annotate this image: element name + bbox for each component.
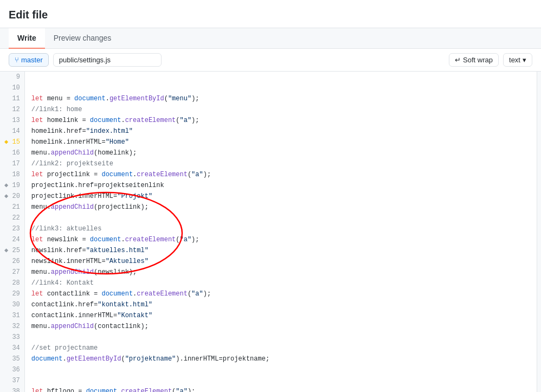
code-line: //link2: projektseite xyxy=(31,158,530,169)
page-title: Edit file xyxy=(0,0,541,28)
scrollbar[interactable] xyxy=(537,72,541,392)
line-num: 22 xyxy=(4,213,20,223)
branch-name: master xyxy=(21,56,43,64)
code-line xyxy=(31,332,530,343)
code-line: //set projectname xyxy=(31,343,530,354)
code-line: let contactlink = document.createElement… xyxy=(31,288,530,299)
line-num: 14 xyxy=(4,126,20,137)
code-line: projectlink.href=projektseitenlink xyxy=(31,180,530,191)
toolbar-right: ↵ Soft wrap text ▾ xyxy=(449,53,532,67)
code-line: homelink.innerHTML="Home" xyxy=(31,137,530,147)
code-line: projectlink.innerHTML="Projekt" xyxy=(31,191,530,202)
code-line xyxy=(31,364,530,375)
code-line: newslink.innerHTML="Aktuelles" xyxy=(31,256,530,267)
line-num: ◆ 19 xyxy=(4,180,20,191)
filepath-input[interactable] xyxy=(53,53,162,67)
editor-area: 9 10 11 12 13 14 ◆ 15 16 17 18 ◆ 19 ◆ 20… xyxy=(0,72,541,392)
line-num: ◆ 20 xyxy=(4,191,20,202)
fork-icon: ⑂ xyxy=(15,56,19,64)
line-num: 35 xyxy=(4,354,20,364)
branch-selector[interactable]: ⑂ master xyxy=(9,53,49,67)
line-num: 30 xyxy=(4,299,20,310)
page-container: Edit file Write Preview changes ⑂ master… xyxy=(0,0,541,392)
line-num: 26 xyxy=(4,256,20,267)
toolbar-left: ⑂ master xyxy=(9,53,162,67)
code-line: contactlink.href="kontakt.html" xyxy=(31,299,530,310)
line-num: 17 xyxy=(4,158,20,169)
line-num: 33 xyxy=(4,332,20,343)
line-num: 31 xyxy=(4,310,20,321)
code-line: homelink.href="index.html" xyxy=(31,126,530,137)
tab-write[interactable]: Write xyxy=(9,28,45,49)
code-line: let newslink = document.createElement("a… xyxy=(31,234,530,245)
code-line: let hftlogo = document.createElement("a"… xyxy=(31,386,530,392)
code-line: //link1: home xyxy=(31,104,530,115)
code-line xyxy=(31,72,530,82)
line-num: 12 xyxy=(4,104,20,115)
code-line: contactlink.innerHTML="Kontakt" xyxy=(31,310,530,321)
line-num: 34 xyxy=(4,343,20,354)
line-num: 9 xyxy=(4,72,20,82)
tab-preview[interactable]: Preview changes xyxy=(45,28,120,49)
line-num: 24 xyxy=(4,234,20,245)
line-num: 21 xyxy=(4,202,20,213)
wrap-icon: ↵ xyxy=(455,56,461,64)
line-numbers: 9 10 11 12 13 14 ◆ 15 16 17 18 ◆ 19 ◆ 20… xyxy=(0,72,25,392)
code-line xyxy=(31,82,530,93)
line-num: 16 xyxy=(4,147,20,158)
line-num: ◆ 15 xyxy=(4,137,20,147)
code-line: menu.appendChild(contactlink); xyxy=(31,321,530,332)
text-mode-label: text xyxy=(509,56,520,64)
code-line: let homelink = document.createElement("a… xyxy=(31,115,530,126)
line-num: 37 xyxy=(4,375,20,386)
code-line: let projectlink = document.createElement… xyxy=(31,169,530,180)
text-mode-dropdown[interactable]: text ▾ xyxy=(503,53,532,67)
line-num: 23 xyxy=(4,223,20,234)
line-num: 13 xyxy=(4,115,20,126)
code-line: //link4: Kontakt xyxy=(31,278,530,288)
code-line: //link3: aktuelles xyxy=(31,223,530,234)
line-num: 27 xyxy=(4,267,20,278)
line-num: 32 xyxy=(4,321,20,332)
line-num: 10 xyxy=(4,82,20,93)
code-line xyxy=(31,213,530,223)
code-line: let menu = document.getElementById("menu… xyxy=(31,93,530,104)
soft-wrap-label: Soft wrap xyxy=(463,56,493,64)
editor-toolbar: ⑂ master ↵ Soft wrap text ▾ xyxy=(0,49,541,72)
line-num: 38 xyxy=(4,386,20,392)
code-content[interactable]: let menu = document.getElementById("menu… xyxy=(25,72,537,392)
line-num: 36 xyxy=(4,364,20,375)
tabs-bar: Write Preview changes xyxy=(0,28,541,49)
code-line xyxy=(31,375,530,386)
line-num: ◆ 25 xyxy=(4,245,20,256)
code-line: menu.appendChild(newslink); xyxy=(31,267,530,278)
code-line: newslink.href="aktuelles.html" xyxy=(31,245,530,256)
line-num: 28 xyxy=(4,278,20,288)
code-line: menu.appendChild(homelink); xyxy=(31,147,530,158)
code-line: document.getElementById("projektname").i… xyxy=(31,354,530,364)
line-num: 29 xyxy=(4,288,20,299)
line-num: 18 xyxy=(4,169,20,180)
soft-wrap-button[interactable]: ↵ Soft wrap xyxy=(449,53,499,67)
code-line: menu.appendChild(projectlink); xyxy=(31,202,530,213)
line-num: 11 xyxy=(4,93,20,104)
chevron-down-icon: ▾ xyxy=(523,56,526,64)
